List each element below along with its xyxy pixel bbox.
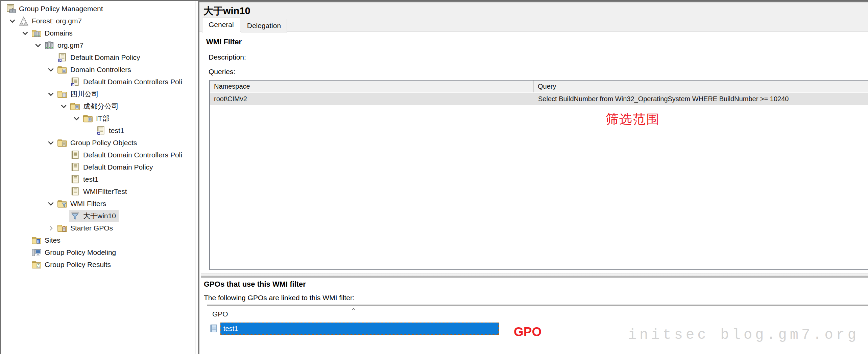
- tree-item[interactable]: 成都分公司: [1, 100, 195, 112]
- chevron-down-icon[interactable]: [71, 115, 82, 123]
- tree-item[interactable]: Domain Controllers: [1, 64, 195, 76]
- tree-item-content: 四川公司: [56, 88, 101, 100]
- tree-indent: [1, 204, 45, 204]
- tree-item-content: WMI Filters: [56, 198, 109, 209]
- tree-item-label: Default Domain Policy: [70, 53, 140, 62]
- query-namespace-cell: root\CIMv2: [210, 93, 534, 105]
- chevron-right-icon[interactable]: [45, 224, 56, 232]
- tree-indent: [1, 228, 45, 228]
- tree-item[interactable]: Default Domain Policy: [1, 51, 195, 64]
- column-header-gpo[interactable]: GPO: [212, 310, 228, 318]
- tree-item-label: org.gm7: [57, 41, 83, 49]
- tree-item-label: WMIFIlterTest: [83, 187, 127, 196]
- chevron-down-icon[interactable]: [45, 200, 56, 208]
- tree-item[interactable]: 大于win10: [1, 210, 195, 222]
- tree-item[interactable]: Default Domain Policy: [1, 161, 195, 173]
- tree-item[interactable]: Group Policy Management: [1, 3, 195, 15]
- tree-item-content: Group Policy Management: [5, 3, 106, 15]
- page-title: 大于win10: [203, 4, 250, 18]
- tab-general[interactable]: General: [202, 18, 240, 33]
- wmi-filter-heading: WMI Filter: [206, 38, 242, 46]
- tree-item[interactable]: test1: [1, 125, 195, 137]
- annotation-gpo: GPO: [514, 325, 541, 339]
- tree-item-label: 大于win10: [83, 211, 116, 221]
- content-pane: 大于win10 General Delegation WMI Filter De…: [198, 1, 868, 354]
- ou-icon: [57, 65, 67, 75]
- tree-item-content: org.gm7: [44, 40, 86, 51]
- chevron-down-icon[interactable]: [32, 42, 44, 49]
- gpo-row-selected[interactable]: test1: [220, 323, 499, 335]
- tree-item[interactable]: Starter GPOs: [1, 222, 195, 234]
- tree-item[interactable]: WMIFIlterTest: [1, 185, 195, 198]
- tree-item-content: IT部: [82, 113, 112, 124]
- tree-item-content: Group Policy Modeling: [31, 247, 119, 258]
- tree-item-content: Default Domain Controllers Poli: [69, 149, 185, 161]
- tree-indent: [1, 167, 58, 168]
- queries-table-body: root\CIMv2Select BuildNumber from Win32_…: [210, 93, 868, 105]
- tab-delegation[interactable]: Delegation: [241, 19, 287, 33]
- gpmc-window: Group Policy ManagementForest: org.gm7Do…: [0, 0, 868, 354]
- column-header-query[interactable]: Query: [534, 81, 868, 92]
- tree-item[interactable]: test1: [1, 173, 195, 185]
- tree-indent: [1, 58, 45, 58]
- tree-indent: [1, 179, 58, 180]
- forest-icon: [19, 16, 29, 26]
- tree-item-content: Default Domain Policy: [56, 52, 143, 63]
- tree-item-selected: 大于win10: [69, 210, 119, 222]
- tree-item[interactable]: Sites: [1, 234, 195, 246]
- gpm-icon: [6, 4, 16, 14]
- tree-item-label: Domain Controllers: [70, 66, 131, 74]
- sites-folder-icon: [31, 235, 42, 245]
- tree-indent: [1, 252, 19, 253]
- gpo-icon: [70, 186, 80, 197]
- tree-indent: [1, 216, 58, 216]
- tree-item-content: Domains: [31, 27, 75, 39]
- chevron-down-icon[interactable]: [45, 139, 56, 147]
- chevron-down-icon[interactable]: [58, 103, 69, 110]
- tree-item[interactable]: Group Policy Objects: [1, 137, 195, 149]
- tree-indent: [1, 155, 58, 155]
- tree-item[interactable]: Default Domain Controllers Poli: [1, 76, 195, 88]
- tree-item-label: Starter GPOs: [70, 224, 113, 232]
- tree-item[interactable]: 四川公司: [1, 88, 195, 100]
- watermark: initsec blog.gm7.org: [628, 327, 859, 343]
- chevron-down-icon[interactable]: [45, 90, 56, 98]
- gpo-icon: [70, 174, 80, 184]
- tree-item[interactable]: Domains: [1, 27, 195, 39]
- column-header-namespace[interactable]: Namespace: [210, 81, 534, 92]
- gpo-folder-icon: [57, 138, 67, 148]
- tree-item[interactable]: WMI Filters: [1, 198, 195, 210]
- tree-item-label: Group Policy Management: [19, 5, 103, 13]
- tree-item-label: test1: [109, 127, 124, 135]
- ou-icon: [70, 101, 80, 111]
- tree-item[interactable]: IT部: [1, 112, 195, 125]
- tree-item-content: test1: [69, 174, 101, 185]
- tree-item-content: Default Domain Controllers Poli: [69, 76, 185, 88]
- tree-panel: Group Policy ManagementForest: org.gm7Do…: [1, 1, 195, 354]
- tree-item-label: Group Policy Results: [45, 261, 111, 269]
- tree-item[interactable]: Group Policy Modeling: [1, 246, 195, 259]
- tree-item-content: Default Domain Policy: [69, 161, 156, 173]
- tree-item-label: Default Domain Controllers Poli: [83, 78, 182, 86]
- tree-indent: [1, 45, 32, 46]
- results-folder-icon: [31, 260, 42, 270]
- ou-icon: [83, 113, 93, 124]
- gpo-icon: [70, 150, 80, 160]
- tree-item[interactable]: Group Policy Results: [1, 259, 195, 271]
- tree-item[interactable]: Forest: org.gm7: [1, 15, 195, 27]
- modeling-icon: [31, 247, 42, 258]
- gpo-row[interactable]: test1: [209, 323, 499, 335]
- chevron-down-icon[interactable]: [6, 17, 18, 25]
- tree-indent: [1, 143, 45, 143]
- query-row[interactable]: root\CIMv2Select BuildNumber from Win32_…: [210, 93, 868, 105]
- horizontal-splitter[interactable]: [201, 273, 868, 278]
- tree-item-content: Sites: [31, 235, 63, 246]
- chevron-down-icon[interactable]: [45, 66, 56, 74]
- chevron-down-icon[interactable]: [19, 29, 31, 37]
- tree-item[interactable]: Default Domain Controllers Poli: [1, 149, 195, 161]
- tree-item[interactable]: org.gm7: [1, 39, 195, 51]
- tree-indent: [1, 70, 45, 70]
- column-divider[interactable]: [499, 306, 499, 354]
- tree-item-label: Sites: [45, 236, 61, 244]
- gpo-link-icon: [57, 52, 67, 63]
